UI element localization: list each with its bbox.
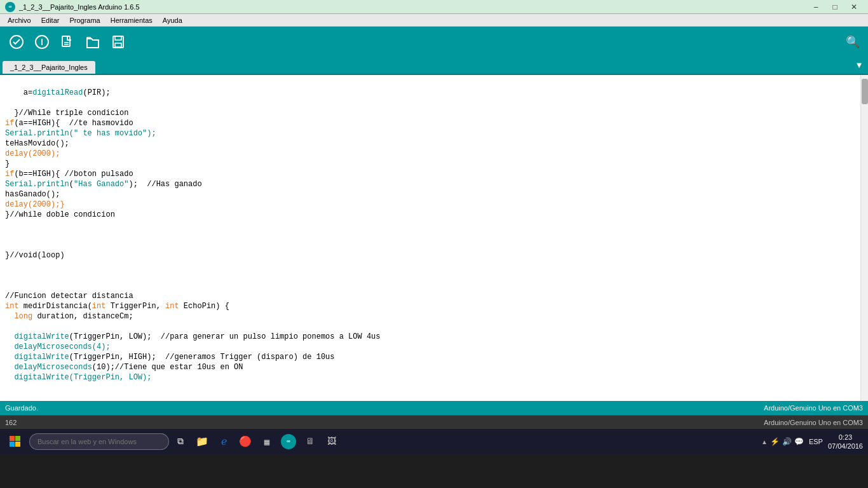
code-line xyxy=(5,322,10,331)
menu-bar: Archivo Editar Programa Herramientas Ayu… xyxy=(0,14,868,27)
file-explorer-icon[interactable]: 📁 xyxy=(192,431,212,452)
tray-icon-1: ⚡ xyxy=(770,437,780,446)
windows-taskbar: ⧉ 📁 ℯ 🔴 ▦ ∞ 🖥 🖼 ▲ ⚡ 🔊 💬 ESP 0:23 07/04/2… xyxy=(0,429,868,454)
tray-icon-2: 🔊 xyxy=(782,437,792,446)
clock-date: 07/04/2016 xyxy=(828,442,863,451)
close-button[interactable]: ✕ xyxy=(845,1,863,13)
title-bar-left: ∞ _1_2_3__Pajarito_Ingles Arduino 1.6.5 xyxy=(5,2,140,12)
code-line: hasGanado(); xyxy=(5,190,60,199)
tab-label: _1_2_3__Pajarito_Ingles xyxy=(10,64,88,71)
editor-scrollbar[interactable] xyxy=(860,75,868,401)
code-editor[interactable]: a=digitalRead(PIR); }//While triple cond… xyxy=(0,75,868,401)
app-logo: ∞ xyxy=(5,2,15,12)
menu-herramientas[interactable]: Herramientas xyxy=(105,14,158,26)
code-line: digitalWrite(TriggerPin, LOW); xyxy=(5,373,151,382)
save-icon xyxy=(111,34,126,50)
code-line: if(a==HIGH){ //te hasmovido xyxy=(5,119,133,128)
search-button[interactable]: 🔍 xyxy=(843,32,863,52)
code-line: delayMicroseconds(4); xyxy=(5,342,111,351)
code-line: //Funcion detectar distancia xyxy=(5,292,133,301)
code-line xyxy=(5,261,10,270)
ie-icon[interactable]: ℯ xyxy=(214,431,234,452)
language-indicator[interactable]: ESP xyxy=(806,438,825,445)
upload-button[interactable] xyxy=(31,30,53,53)
unknown-icon-1[interactable]: ▦ xyxy=(257,431,277,452)
upload-icon xyxy=(34,34,50,50)
active-tab[interactable]: _1_2_3__Pajarito_Ingles xyxy=(3,61,95,74)
open-button[interactable] xyxy=(81,30,104,53)
board-info: Arduino/Genuino Uno en COM3 xyxy=(764,404,863,412)
windows-search-input[interactable] xyxy=(29,433,169,450)
code-line xyxy=(5,231,10,240)
svg-rect-10 xyxy=(10,442,15,447)
code-line: a=digitalRead(PIR); xyxy=(5,88,111,97)
code-line xyxy=(5,271,10,280)
task-view-button[interactable]: ⧉ xyxy=(170,431,191,452)
board-label-bottom: Arduino/Genuino Uno en COM3 xyxy=(764,419,863,426)
system-tray-chevron[interactable]: ▲ xyxy=(761,438,768,445)
open-folder-icon xyxy=(85,34,100,50)
code-line: if(b==HIGH){ //boton pulsado xyxy=(5,170,133,179)
code-line: teHasMovido(); xyxy=(5,139,69,148)
editor-content[interactable]: a=digitalRead(PIR); }//While triple cond… xyxy=(0,75,868,401)
chrome-icon[interactable]: 🔴 xyxy=(235,431,255,452)
monitor-icon[interactable]: 🖥 xyxy=(300,431,320,452)
window-title: _1_2_3__Pajarito_Ingles Arduino 1.6.5 xyxy=(19,3,140,11)
title-bar: ∞ _1_2_3__Pajarito_Ingles Arduino 1.6.5 … xyxy=(0,0,868,14)
tab-bar: _1_2_3__Pajarito_Ingles ▼ xyxy=(0,57,868,75)
menu-ayuda[interactable]: Ayuda xyxy=(158,14,187,26)
code-line: }//void(loop) xyxy=(5,251,65,260)
photos-icon[interactable]: 🖼 xyxy=(322,431,342,452)
verify-button[interactable] xyxy=(5,30,28,53)
menu-editar[interactable]: Editar xyxy=(36,14,65,26)
new-file-icon xyxy=(60,34,75,50)
svg-rect-7 xyxy=(115,43,121,47)
new-button[interactable] xyxy=(56,30,79,53)
code-line: delayMicroseconds(10);//Tiene que estar … xyxy=(5,363,243,372)
status-bar: Guardado. Arduino/Genuino Uno en COM3 xyxy=(0,401,868,415)
code-line xyxy=(5,281,10,290)
clock-time: 0:23 xyxy=(828,433,863,442)
code-line: Serial.println("Has Ganado"); //Has gana… xyxy=(5,180,202,189)
bottom-info: 162 Arduino/Genuino Uno en COM3 xyxy=(0,415,868,429)
menu-archivo[interactable]: Archivo xyxy=(3,14,36,26)
code-line: }//while doble condicion xyxy=(5,210,115,219)
code-line: int medirDistancia(int TriggerPin, int E… xyxy=(5,302,229,311)
tab-dropdown-button[interactable]: ▼ xyxy=(853,56,865,74)
verify-icon xyxy=(9,34,24,50)
tray-icon-3: 💬 xyxy=(794,437,804,446)
title-bar-controls: – □ ✕ xyxy=(807,1,863,13)
code-line xyxy=(5,241,10,250)
code-line: digitalWrite(TriggerPin, HIGH); //genera… xyxy=(5,353,335,362)
status-message: Guardado. xyxy=(5,404,38,412)
code-line xyxy=(5,220,10,229)
scrollbar-thumb[interactable] xyxy=(862,79,868,104)
save-button[interactable] xyxy=(107,30,130,53)
code-line: digitalWrite(TriggerPin, LOW); //para ge… xyxy=(5,332,381,341)
taskbar-right: ▲ ⚡ 🔊 💬 ESP 0:23 07/04/2016 xyxy=(761,433,865,451)
code-line: delay(2000); xyxy=(5,149,60,158)
windows-logo-icon xyxy=(10,436,21,447)
code-line: } xyxy=(5,159,10,168)
menu-programa[interactable]: Programa xyxy=(64,14,105,26)
minimize-button[interactable]: – xyxy=(807,1,825,13)
arduino-taskbar-icon[interactable]: ∞ xyxy=(278,431,299,452)
code-line: Serial.println(" te has movido"); xyxy=(5,129,156,138)
system-clock[interactable]: 0:23 07/04/2016 xyxy=(828,433,863,451)
code-line: }//While triple condicion xyxy=(5,109,128,118)
svg-rect-8 xyxy=(10,436,15,441)
code-line: delay(2000);} xyxy=(5,200,65,209)
svg-rect-9 xyxy=(15,436,20,441)
start-button[interactable] xyxy=(3,429,28,454)
toolbar: 🔍 xyxy=(0,27,868,57)
svg-rect-11 xyxy=(15,442,20,447)
maximize-button[interactable]: □ xyxy=(826,1,844,13)
line-number: 162 xyxy=(5,419,17,426)
code-line: long duration, distanceCm; xyxy=(5,312,133,321)
